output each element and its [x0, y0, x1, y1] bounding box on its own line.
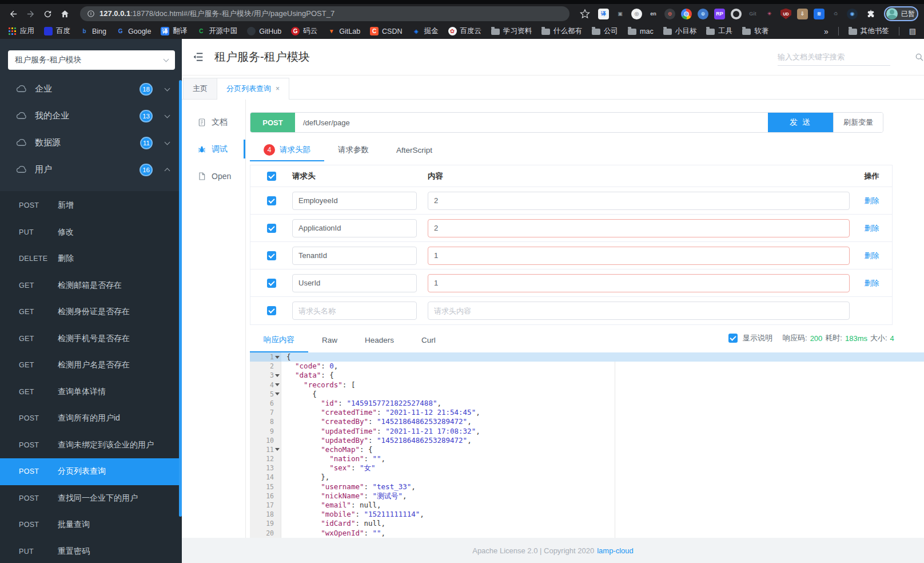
line-number[interactable]: 15	[250, 482, 281, 491]
extension-icon[interactable]: ▣	[615, 9, 626, 19]
header-name-input[interactable]	[292, 274, 417, 292]
extension-icon[interactable]: 译	[598, 9, 609, 19]
back-icon[interactable]	[6, 6, 21, 21]
line-number[interactable]: 18	[250, 510, 281, 519]
bookmark-item[interactable]: GitHub	[247, 27, 281, 35]
sidebar-item-endpoint[interactable]: GET 检测用户名是否存在	[0, 352, 182, 379]
fold-arrow-icon[interactable]	[275, 448, 280, 451]
request-url-input[interactable]: /defUser/page	[295, 113, 768, 132]
line-number[interactable]: 12	[250, 454, 281, 463]
bookmark-item[interactable]: C CSDN	[370, 27, 402, 35]
sidebar-item-endpoint[interactable]: POST 查询所有的用户id	[0, 405, 182, 432]
sidebar-item-endpoint[interactable]: POST 查找同一企业下的用户	[0, 485, 182, 512]
line-number[interactable]: 4	[250, 380, 281, 390]
tab-raw[interactable]: Raw	[308, 328, 351, 352]
row-checkbox[interactable]	[267, 251, 276, 260]
header-name-input[interactable]	[292, 192, 417, 210]
sidebar-item-endpoint[interactable]: PUT 修改	[0, 219, 182, 246]
line-number[interactable]: 6	[250, 399, 281, 408]
address-bar[interactable]: 127.0.0.1:18778/doc.html#/租户服务-租户模块/用户/p…	[80, 6, 569, 21]
delete-link[interactable]: 删除	[865, 278, 879, 288]
bookmark-item[interactable]: 百度	[44, 26, 70, 36]
extension-icon[interactable]: RP	[714, 9, 725, 19]
line-number[interactable]: 5	[250, 390, 281, 399]
header-value-input[interactable]	[428, 247, 850, 265]
doc-search-input[interactable]	[778, 49, 890, 66]
menu-fold-icon[interactable]	[192, 51, 204, 63]
extension-icon[interactable]: Git	[747, 9, 758, 19]
bookmarks-overflow-icon[interactable]: »	[824, 27, 829, 36]
bookmark-item[interactable]: mac	[628, 27, 654, 35]
delete-link[interactable]: 删除	[865, 223, 879, 233]
bookmark-item[interactable]: 小目标	[663, 26, 697, 36]
sidebar-item-endpoint[interactable]: POST 查询未绑定到该企业的用户	[0, 432, 182, 459]
other-bookmarks[interactable]: 其他书签	[849, 26, 889, 36]
delete-link[interactable]: 删除	[865, 196, 879, 206]
extension-icon[interactable]: ◉	[847, 9, 858, 19]
fold-arrow-icon[interactable]	[275, 383, 280, 386]
fold-arrow-icon[interactable]	[275, 374, 280, 377]
extensions-puzzle-icon[interactable]	[863, 6, 878, 21]
header-name-input[interactable]	[292, 219, 417, 237]
subnav-item-debug[interactable]: 调试	[182, 136, 245, 162]
line-number[interactable]: 9	[250, 427, 281, 436]
line-number[interactable]: 8	[250, 417, 281, 426]
sidebar-item-endpoint[interactable]: POST 新增	[0, 192, 182, 219]
extension-icon[interactable]	[731, 9, 742, 19]
extension-icon[interactable]: ⇩	[797, 9, 808, 19]
tab-request-headers[interactable]: 4 请求头部	[250, 140, 324, 161]
row-checkbox[interactable]	[267, 306, 276, 315]
bookmark-item[interactable]: C 开源中国	[197, 26, 237, 36]
header-name-input[interactable]	[292, 247, 417, 265]
tab-page-query[interactable]: 分页列表查询 ×	[217, 78, 289, 99]
line-number[interactable]: 20	[250, 529, 281, 538]
bookmark-item[interactable]: 学习资料	[491, 26, 532, 36]
response-json-editor[interactable]: 1 { 2 "code": 0, 3 "data": { 4	[250, 352, 924, 538]
line-number[interactable]: 3	[250, 371, 281, 380]
tab-headers[interactable]: Headers	[351, 328, 408, 352]
browser-profile-button[interactable]: 已暂	[884, 6, 918, 21]
sidebar-item-endpoint[interactable]: GET 检测邮箱是否存在	[0, 272, 182, 299]
extension-icon[interactable]: UD	[780, 9, 791, 19]
sidebar-item-endpoint[interactable]: DELETE 删除	[0, 245, 182, 272]
extension-icon[interactable]: ⊙	[664, 9, 675, 19]
sidebar-item-endpoint[interactable]: GET 检测身份证是否存在	[0, 299, 182, 326]
bookmark-item[interactable]: 工具	[706, 26, 732, 36]
sidebar-group[interactable]: 企业 18	[0, 76, 182, 102]
subnav-item-open[interactable]: Open	[182, 162, 245, 189]
line-number[interactable]: 1	[250, 352, 281, 362]
tab-curl[interactable]: Curl	[408, 328, 449, 352]
bookmark-item[interactable]: b Bing	[80, 27, 106, 35]
tab-request-params[interactable]: 请求参数	[324, 140, 383, 161]
extension-icon[interactable]: ✳	[764, 9, 775, 19]
select-all-checkbox[interactable]	[267, 172, 276, 181]
sidebar-item-endpoint[interactable]: PUT 重置密码	[0, 538, 182, 563]
line-number[interactable]: 19	[250, 519, 281, 528]
header-value-input[interactable]	[428, 274, 850, 292]
site-info-icon[interactable]	[87, 10, 95, 18]
fold-arrow-icon[interactable]	[275, 392, 280, 395]
show-desc-checkbox[interactable]	[728, 334, 738, 343]
sidebar-group[interactable]: 我的企业 13	[0, 102, 182, 129]
bookmark-item[interactable]: 译 翻译	[161, 26, 187, 36]
subnav-item-doc[interactable]: 文档	[182, 109, 245, 136]
header-value-input[interactable]	[428, 302, 850, 320]
tab-home[interactable]: 主页	[183, 78, 217, 99]
forward-icon[interactable]	[23, 6, 38, 21]
line-number[interactable]: 2	[250, 362, 281, 371]
bookmark-item[interactable]: 公司	[592, 26, 618, 36]
reading-list-icon[interactable]: ▤	[909, 27, 916, 35]
home-icon[interactable]	[57, 6, 72, 21]
sidebar-item-endpoint[interactable]: POST 分页列表查询	[0, 458, 182, 485]
delete-link[interactable]: 删除	[865, 251, 879, 261]
service-select[interactable]: 租户服务-租户模块	[8, 50, 175, 70]
bookmark-star-icon[interactable]	[578, 6, 592, 21]
sidebar-item-endpoint[interactable]: GET 查询单体详情	[0, 379, 182, 406]
bookmark-item[interactable]: ▼ GitLab	[327, 27, 360, 35]
sidebar-group[interactable]: 用户 16	[0, 156, 182, 183]
line-number[interactable]: 16	[250, 491, 281, 501]
line-number[interactable]: 7	[250, 408, 281, 417]
lamp-cloud-link[interactable]: lamp-cloud	[597, 546, 634, 555]
reload-icon[interactable]	[40, 6, 55, 21]
header-name-input[interactable]	[292, 302, 417, 320]
